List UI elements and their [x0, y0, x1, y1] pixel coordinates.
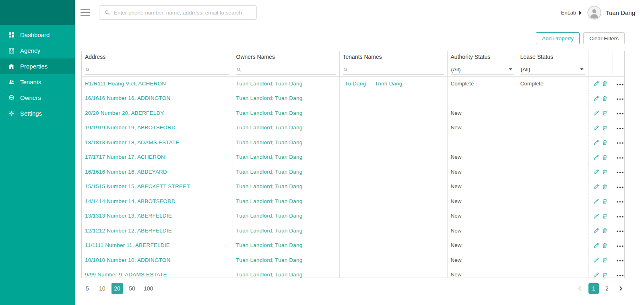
delete-icon[interactable]	[602, 184, 608, 190]
avatar[interactable]	[587, 6, 601, 20]
address-link[interactable]: R1/R111 Hoang Viet, ACHERON	[85, 81, 166, 87]
column-header-tenants-names[interactable]: Tenants Names	[339, 51, 447, 63]
sidebar-item-settings[interactable]: Settings	[0, 106, 75, 121]
next-page-icon[interactable]	[615, 284, 626, 293]
row-menu-icon[interactable]	[616, 244, 624, 249]
row-menu-icon[interactable]	[616, 229, 624, 234]
edit-icon[interactable]	[593, 228, 599, 234]
org-label[interactable]: EnLab	[561, 10, 576, 16]
owners-link[interactable]: Tuan Landlord; Tuan Dang	[236, 154, 303, 160]
user-name[interactable]: Tuan Dang	[605, 9, 635, 16]
delete-icon[interactable]	[602, 198, 608, 204]
address-link[interactable]: 16/1616 Number 16, ADDINGTON	[85, 95, 170, 101]
sidebar-item-agency[interactable]: Agency	[0, 43, 75, 58]
edit-icon[interactable]	[593, 213, 599, 219]
previous-page-icon[interactable]	[574, 284, 586, 293]
address-link[interactable]: 11/1111 Number 11, ABERFELDIE	[85, 242, 170, 248]
tenant-link[interactable]: Trinh Dang	[375, 81, 402, 87]
row-menu-icon[interactable]	[616, 82, 624, 87]
edit-icon[interactable]	[593, 95, 599, 102]
owners-link[interactable]: Tuan Landlord; Tuan Dang	[236, 81, 303, 87]
sidebar-item-tenants[interactable]: Tenants	[0, 74, 75, 90]
delete-icon[interactable]	[602, 272, 608, 278]
delete-icon[interactable]	[602, 213, 608, 219]
clear-filters-button[interactable]: Clear Filters	[583, 32, 625, 44]
row-menu-icon[interactable]	[616, 97, 624, 102]
owners-link[interactable]: Tuan Landlord; Tuan Dang	[236, 257, 303, 263]
sidebar-item-owners[interactable]: Owners	[0, 90, 75, 106]
edit-icon[interactable]	[593, 139, 599, 145]
address-link[interactable]: 12/1212 Number 12, ABERFELDIE	[85, 228, 172, 234]
address-link[interactable]: 14/1414 Number 14, ABBOTSFORD	[85, 198, 175, 204]
edit-icon[interactable]	[593, 272, 599, 278]
delete-icon[interactable]	[602, 228, 608, 234]
sidebar-item-dashboard[interactable]: Dashboard	[0, 27, 75, 43]
delete-icon[interactable]	[602, 139, 608, 145]
owners-link[interactable]: Tuan Landlord; Tuan Dang	[236, 183, 303, 189]
row-menu-icon[interactable]	[616, 185, 624, 190]
owners-link[interactable]: Tuan Landlord; Tuan Dang	[236, 213, 303, 219]
row-menu-icon[interactable]	[616, 126, 624, 131]
page-size-100[interactable]: 100	[141, 283, 155, 294]
page-number-2[interactable]: 2	[602, 283, 612, 294]
global-search-input[interactable]	[114, 10, 252, 16]
page-size-50[interactable]: 50	[126, 283, 138, 294]
address-link[interactable]: 16/1616 Number 16, ABBEYARD	[85, 169, 167, 175]
row-menu-icon[interactable]	[616, 273, 624, 278]
edit-icon[interactable]	[593, 169, 599, 175]
delete-icon[interactable]	[602, 243, 608, 249]
edit-icon[interactable]	[593, 110, 599, 116]
owners-link[interactable]: Tuan Landlord; Tuan Dang	[236, 198, 303, 204]
row-menu-icon[interactable]	[616, 156, 624, 160]
filter-tenants[interactable]	[343, 64, 444, 75]
edit-icon[interactable]	[593, 125, 599, 131]
row-menu-icon[interactable]	[616, 170, 624, 175]
page-size-20[interactable]: 20	[111, 283, 123, 294]
add-property-button[interactable]: Add Property	[536, 32, 580, 44]
address-link[interactable]: 9/99 Number 9, ADAMS ESTATE	[85, 272, 167, 278]
owners-link[interactable]: Tuan Landlord; Tuan Dang	[236, 242, 303, 248]
edit-icon[interactable]	[593, 184, 599, 190]
row-menu-icon[interactable]	[616, 199, 624, 204]
delete-icon[interactable]	[602, 125, 608, 131]
filter-address-input[interactable]	[93, 66, 229, 73]
edit-icon[interactable]	[593, 81, 599, 87]
delete-icon[interactable]	[602, 110, 608, 116]
tenant-link[interactable]: Tu Dang	[345, 81, 366, 87]
sidebar-item-properties[interactable]: Properties	[0, 58, 75, 74]
hamburger-menu-icon[interactable]	[80, 9, 90, 16]
page-size-5[interactable]: 5	[82, 283, 93, 294]
edit-icon[interactable]	[593, 198, 599, 204]
edit-icon[interactable]	[593, 154, 599, 160]
owners-link[interactable]: Tuan Landlord; Tuan Dang	[236, 272, 303, 278]
filter-lease-status-select[interactable]: (All)	[520, 64, 585, 75]
delete-icon[interactable]	[602, 169, 608, 175]
column-header-lease-status[interactable]: Lease Status	[517, 51, 588, 63]
filter-tenants-input[interactable]	[351, 66, 444, 73]
global-search-box[interactable]	[99, 5, 257, 20]
address-link[interactable]: 10/1010 Number 10, ADDINGTON	[85, 257, 170, 263]
owners-link[interactable]: Tuan Landlord; Tuan Dang	[236, 95, 303, 101]
edit-icon[interactable]	[593, 243, 599, 249]
filter-owners-input[interactable]	[244, 66, 336, 73]
filter-owners[interactable]	[236, 64, 336, 75]
edit-icon[interactable]	[593, 257, 599, 263]
address-link[interactable]: 17/1717 Number 17, ACHERON	[85, 154, 165, 160]
address-link[interactable]: 20/20 Number 20, ABERFELDY	[85, 110, 164, 116]
delete-icon[interactable]	[602, 257, 608, 263]
owners-link[interactable]: Tuan Landlord; Tuan Dang	[236, 124, 303, 131]
row-menu-icon[interactable]	[616, 258, 624, 263]
filter-address[interactable]	[85, 64, 229, 75]
row-menu-icon[interactable]	[616, 141, 624, 145]
column-header-owners-names[interactable]: Owners Names	[233, 51, 339, 63]
address-link[interactable]: 19/1919 Number 19, ABBOTSFORD	[85, 124, 175, 131]
delete-icon[interactable]	[602, 81, 608, 87]
row-menu-icon[interactable]	[616, 214, 624, 219]
column-header-authority-status[interactable]: Authority Status	[447, 51, 517, 63]
filter-authority-status-select[interactable]: (All)	[451, 64, 514, 75]
address-link[interactable]: 13/1313 Number 13, ABERFELDIE	[85, 213, 172, 219]
delete-icon[interactable]	[602, 95, 608, 102]
owners-link[interactable]: Tuan Landlord; Tuan Dang	[236, 110, 303, 116]
row-menu-icon[interactable]	[616, 111, 624, 116]
column-header-address[interactable]: Address	[82, 51, 233, 63]
